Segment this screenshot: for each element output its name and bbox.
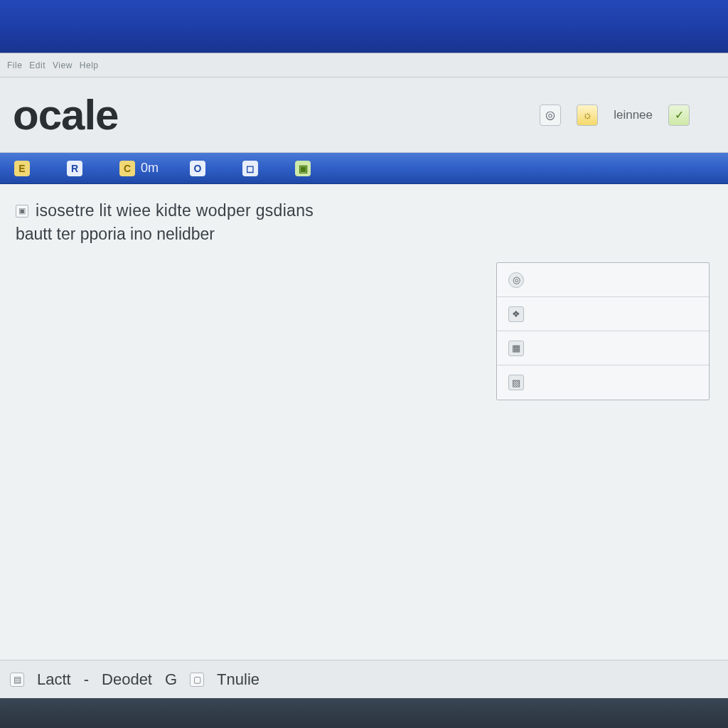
toolbar-item-6[interactable]: ▣ — [295, 161, 316, 176]
status-icon-2: ▢ — [190, 673, 204, 687]
toolbar: E R C 0m O ◻ ▣ — [0, 153, 728, 184]
panel-row-2[interactable]: ❖ — [497, 297, 709, 331]
toolbar-icon-1: E — [14, 161, 30, 176]
toolbar-item-1[interactable]: E — [14, 161, 36, 176]
toolbar-icon-6: ▣ — [295, 161, 311, 176]
menu-item-help[interactable]: Help — [80, 60, 99, 70]
toolbar-label-3: 0m — [141, 161, 159, 176]
panel-icon-1: ◎ — [508, 272, 524, 288]
menu-strip: File Edit View Help — [0, 53, 728, 77]
menu-item-file[interactable]: File — [7, 60, 22, 70]
toolbar-item-5[interactable]: ◻ — [242, 161, 264, 176]
header-icon-target[interactable]: ◎ — [540, 105, 561, 126]
toolbar-item-4[interactable]: O — [190, 161, 211, 176]
panel-icon-2: ❖ — [508, 306, 524, 322]
header-icon-weather[interactable]: ☼ — [577, 105, 598, 126]
window-titlebar — [0, 0, 728, 53]
bullet-icon: ▣ — [16, 205, 28, 218]
toolbar-item-3[interactable]: C 0m — [119, 161, 159, 176]
panel-row-4[interactable]: ▨ — [497, 365, 709, 400]
toolbar-icon-5: ◻ — [242, 161, 258, 176]
panel-row-3[interactable]: ▦ — [497, 331, 709, 365]
menu-item-view[interactable]: View — [53, 60, 73, 70]
status-icon-1: ▤ — [10, 673, 24, 687]
app-logo: ocale — [13, 90, 118, 139]
header: ocale ◎ ☼ leinnee ✓ — [0, 77, 728, 153]
header-user-label: leinnee — [614, 108, 653, 122]
toolbar-icon-4: O — [190, 161, 205, 176]
os-taskbar — [0, 698, 728, 728]
content-line-2: bautt ter pporia ino nelidber — [16, 225, 712, 244]
content-line-1: isosetre lit wiee kidte wodper gsdians — [36, 201, 314, 220]
app-window: File Edit View Help ocale ◎ ☼ leinnee ✓ … — [0, 53, 728, 698]
content-area: ▣ isosetre lit wiee kidte wodper gsdians… — [0, 184, 728, 660]
status-seg-1: Lactt — [37, 670, 71, 689]
status-bar: ▤ Lactt - Deodet G ▢ Tnulie — [0, 660, 728, 698]
status-seg-4: Tnulie — [217, 670, 259, 689]
toolbar-icon-3: C — [119, 161, 135, 176]
status-seg-2: Deodet — [102, 670, 152, 689]
status-seg-3: G — [165, 670, 177, 689]
menu-item-edit[interactable]: Edit — [29, 60, 46, 70]
status-dash: - — [84, 670, 89, 689]
header-actions: ◎ ☼ leinnee ✓ — [540, 105, 690, 126]
toolbar-item-2[interactable]: R — [67, 161, 88, 176]
panel-icon-3: ▦ — [508, 341, 524, 356]
panel-row-1[interactable]: ◎ — [497, 263, 709, 297]
side-panel: ◎ ❖ ▦ ▨ — [496, 262, 710, 400]
panel-icon-4: ▨ — [508, 375, 524, 390]
header-icon-check[interactable]: ✓ — [668, 105, 690, 126]
content-line-1-wrap: ▣ isosetre lit wiee kidte wodper gsdians — [16, 201, 712, 220]
toolbar-icon-2: R — [67, 161, 82, 176]
